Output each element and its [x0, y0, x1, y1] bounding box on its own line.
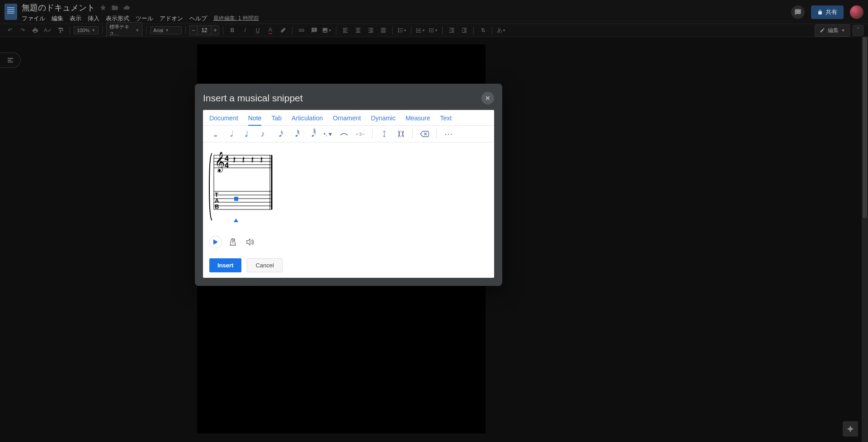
- menu-format[interactable]: 表示形式: [106, 14, 129, 23]
- bulleted-list-button[interactable]: ▼: [428, 25, 439, 36]
- star-icon[interactable]: [99, 4, 107, 11]
- pencil-icon: [820, 28, 825, 33]
- tab-note[interactable]: Note: [248, 114, 262, 122]
- voice1-icon[interactable]: [380, 129, 389, 138]
- font-size-increase[interactable]: +: [211, 25, 219, 35]
- align-right-button[interactable]: [365, 25, 376, 36]
- musical-staff: 𝄞 8 4 4 𝄽 𝄽 𝄽 𝄽 T A B: [208, 151, 276, 223]
- cancel-button[interactable]: Cancel: [247, 258, 282, 272]
- menu-insert[interactable]: 挿入: [88, 14, 99, 23]
- svg-text:4: 4: [225, 162, 229, 169]
- undo-button[interactable]: ↶: [5, 25, 15, 36]
- font-size-stepper[interactable]: − +: [189, 25, 219, 35]
- document-title[interactable]: 無題のドキュメント: [22, 2, 95, 13]
- last-edit-link[interactable]: 最終編集: 1 時間前: [213, 14, 259, 23]
- font-size-input[interactable]: [198, 25, 211, 35]
- format-toolbar: ↶ ↷ A✓ 100%▼ 標準テキス…▼ Arial▼ − + B I U A …: [0, 24, 868, 37]
- redo-button[interactable]: ↷: [17, 25, 28, 36]
- more-tools-icon[interactable]: ⋯: [444, 129, 453, 138]
- lock-icon: [817, 10, 823, 15]
- paint-format-button[interactable]: [55, 25, 66, 36]
- tab-measure[interactable]: Measure: [406, 114, 430, 122]
- svg-rect-28: [234, 197, 238, 201]
- music-category-tabs: Document Note Tab Articulation Ornament …: [203, 110, 494, 126]
- menu-edit[interactable]: 編集: [52, 14, 63, 23]
- voice2-icon[interactable]: [396, 129, 405, 138]
- menu-addons[interactable]: アドオン: [160, 14, 183, 23]
- line-spacing-button[interactable]: ▼: [396, 25, 407, 36]
- svg-text:𝄽: 𝄽: [233, 157, 236, 163]
- docs-logo-icon[interactable]: [5, 4, 17, 20]
- svg-text:B: B: [215, 203, 219, 210]
- backspace-icon[interactable]: [420, 129, 429, 138]
- share-button[interactable]: 共有: [811, 5, 844, 19]
- menu-bar: ファイル 編集 表示 挿入 表示形式 ツール アドオン ヘルプ 最終編集: 1 …: [22, 14, 259, 23]
- volume-button[interactable]: [244, 236, 256, 248]
- dialog-close-button[interactable]: ✕: [481, 92, 494, 105]
- menu-file[interactable]: ファイル: [22, 14, 45, 23]
- editing-mode-select[interactable]: 編集 ▼: [815, 24, 850, 37]
- clear-formatting-button[interactable]: [477, 25, 488, 36]
- bold-button[interactable]: B: [227, 25, 238, 36]
- vertical-scrollbar[interactable]: [862, 37, 868, 442]
- outline-toggle[interactable]: [0, 52, 21, 68]
- insert-music-dialog: Insert a musical snippet ✕ Document Note…: [195, 84, 502, 286]
- highlight-button[interactable]: [278, 25, 288, 36]
- svg-text:𝄽: 𝄽: [260, 157, 263, 163]
- cloud-status-icon[interactable]: [123, 4, 130, 11]
- print-button[interactable]: [30, 25, 41, 36]
- tab-document[interactable]: Document: [209, 114, 238, 122]
- paragraph-style-select[interactable]: 標準テキス…▼: [106, 22, 142, 38]
- metronome-button[interactable]: [226, 236, 239, 248]
- menu-view[interactable]: 表示: [70, 14, 81, 23]
- collapse-toolbar-button[interactable]: ˆ: [853, 25, 863, 36]
- decrease-indent-button[interactable]: [446, 25, 457, 36]
- app-header: 無題のドキュメント ファイル 編集 表示 挿入 表示形式 ツール アドオン ヘル…: [0, 0, 868, 24]
- insert-link-button[interactable]: [296, 25, 307, 36]
- tab-articulation[interactable]: Articulation: [292, 114, 323, 122]
- insert-comment-button[interactable]: [309, 25, 320, 36]
- svg-text:𝄽: 𝄽: [242, 157, 245, 163]
- account-avatar[interactable]: [850, 5, 863, 19]
- move-to-folder-icon[interactable]: [111, 4, 118, 11]
- increase-indent-button[interactable]: [459, 25, 470, 36]
- whole-note-icon[interactable]: 𝅝: [209, 129, 218, 138]
- align-justify-button[interactable]: [378, 25, 389, 36]
- italic-button[interactable]: I: [240, 25, 250, 36]
- eighth-note-icon[interactable]: ♪: [258, 129, 267, 138]
- align-left-button[interactable]: [340, 25, 351, 36]
- dialog-action-row: Insert Cancel: [203, 253, 494, 278]
- text-color-button[interactable]: A: [265, 25, 276, 36]
- svg-text:8: 8: [217, 168, 220, 173]
- tie-icon[interactable]: [340, 129, 349, 138]
- menu-help[interactable]: ヘルプ: [189, 14, 207, 23]
- dialog-title: Insert a musical snippet: [203, 93, 303, 104]
- menu-tools[interactable]: ツール: [136, 14, 153, 23]
- tab-text[interactable]: Text: [440, 114, 452, 122]
- insert-image-button[interactable]: ▼: [321, 25, 332, 36]
- half-note-icon[interactable]: 𝅗𝅥: [226, 129, 235, 138]
- font-family-select[interactable]: Arial▼: [150, 26, 182, 34]
- thirtysecond-note-icon[interactable]: 𝅘𝅥𝅰: [291, 129, 300, 138]
- score-editor[interactable]: 𝄞 8 4 4 𝄽 𝄽 𝄽 𝄽 T A B: [203, 143, 494, 231]
- tab-tab[interactable]: Tab: [271, 114, 282, 122]
- tab-ornament[interactable]: Ornament: [333, 114, 361, 122]
- dotted-note-icon[interactable]: •. ▾: [323, 129, 332, 138]
- svg-point-1: [429, 30, 430, 31]
- play-button[interactable]: [209, 236, 222, 248]
- insert-button[interactable]: Insert: [209, 258, 241, 272]
- tuplet-icon[interactable]: ⌐3¬: [356, 129, 365, 138]
- quarter-note-icon[interactable]: ♩: [242, 129, 251, 138]
- zoom-select[interactable]: 100%▼: [74, 26, 99, 34]
- sixtyfourth-note-icon[interactable]: 𝅘𝅥𝅱: [307, 129, 316, 138]
- font-size-decrease[interactable]: −: [189, 25, 198, 35]
- comment-history-button[interactable]: [791, 5, 805, 19]
- align-center-button[interactable]: [353, 25, 363, 36]
- input-tools-button[interactable]: あ▼: [496, 25, 507, 36]
- tab-dynamic[interactable]: Dynamic: [371, 114, 395, 122]
- underline-button[interactable]: U: [252, 25, 263, 36]
- explore-button[interactable]: [843, 421, 858, 437]
- checklist-button[interactable]: ▼: [415, 25, 426, 36]
- sixteenth-note-icon[interactable]: 𝅘𝅥𝅯: [274, 129, 283, 138]
- spellcheck-button[interactable]: A✓: [42, 25, 53, 36]
